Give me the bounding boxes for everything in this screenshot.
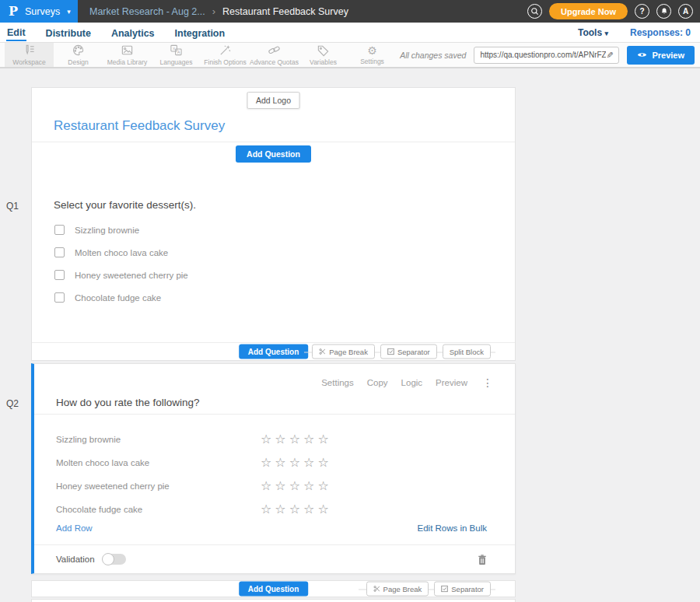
save-status: All changes saved (400, 51, 466, 60)
q1-option[interactable]: Honey sweetened cherry pie (54, 270, 188, 280)
toolbar-item-advance-quotas[interactable]: Advance Quotas (250, 43, 299, 67)
q2-menu-items: SettingsCopyLogicPreview (321, 378, 467, 387)
toolbar-item-variables[interactable]: Variables (299, 43, 348, 67)
separator-button[interactable]: Separator (380, 345, 437, 359)
option-label: Chocolate fudge cake (75, 293, 161, 303)
nav-right: Tools ▾ Responses: 0 (578, 27, 700, 38)
q2-validation-row: Validation (56, 545, 487, 573)
scissors-icon (373, 586, 380, 593)
separator-button[interactable]: Separator (434, 582, 491, 597)
tools-menu[interactable]: Tools ▾ (578, 27, 608, 38)
toolbar-right: All changes saved ✎ Preview (400, 43, 700, 67)
q1-option[interactable]: Sizzling brownie (54, 225, 188, 235)
page-break-button[interactable]: Page Break (312, 345, 375, 359)
trash-icon (478, 554, 487, 565)
delete-question-button[interactable] (478, 554, 487, 565)
q1-question-text[interactable]: Select your favorite dessert(s). (54, 199, 196, 211)
next-question-card (31, 599, 516, 602)
q1-option[interactable]: Chocolate fudge cake (54, 292, 188, 303)
scissors-icon (319, 348, 326, 355)
option-label: Molten choco lava cake (75, 248, 168, 257)
q1-options: Sizzling brownie Molten choco lava cake … (54, 225, 188, 303)
edit-toolbar: Workspace Design Media Library xA Langua… (0, 43, 700, 68)
checkbox-checked-icon (441, 586, 448, 593)
questionpro-logo: P (9, 4, 18, 19)
add-question-button-mid[interactable]: Add Question (239, 345, 309, 359)
option-label: Honey sweetened cherry pie (75, 271, 188, 280)
q2-question-text[interactable]: How do you rate the following? (56, 397, 200, 408)
edit-rows-in-bulk-link[interactable]: Edit Rows in Bulk (418, 523, 487, 533)
q2-menu-item[interactable]: Settings (321, 378, 354, 387)
translate-icon: xA (170, 44, 183, 57)
q2-action-menu: SettingsCopyLogicPreview ⋮ (321, 376, 493, 389)
rating-row: Chocolate fudge cake ☆☆☆☆☆ (56, 498, 493, 521)
toolbar-item-languages[interactable]: xA Languages (152, 43, 201, 67)
rating-row: Honey sweetened cherry pie ☆☆☆☆☆ (56, 474, 493, 498)
toolbar-item-finish-options[interactable]: Finish Options (201, 43, 250, 67)
add-question-button-bottom[interactable]: Add Question (239, 582, 309, 597)
survey-title[interactable]: Restaurant Feedback Survey (54, 118, 225, 134)
toggle-knob (102, 553, 114, 565)
chevron-down-icon: ▾ (604, 30, 608, 37)
validation-toggle[interactable] (103, 554, 126, 565)
survey-header-card: Add Logo Restaurant Feedback Survey Add … (31, 87, 516, 361)
edit-url-icon[interactable]: ✎ (604, 51, 614, 58)
q2-menu-item[interactable]: Logic (401, 378, 423, 387)
survey-url-input[interactable] (480, 51, 606, 59)
rating-row: Sizzling brownie ☆☆☆☆☆ (56, 428, 493, 451)
tab-integration[interactable]: Integration (174, 25, 226, 40)
star-rating[interactable]: ☆☆☆☆☆ (261, 457, 332, 469)
kebab-menu-icon[interactable]: ⋮ (482, 376, 493, 389)
chevron-down-icon: ▾ (67, 8, 71, 16)
checkbox[interactable] (54, 270, 65, 280)
checkbox[interactable] (54, 247, 65, 257)
toolbar-item-media-library[interactable]: Media Library (103, 43, 152, 67)
breadcrumb-project[interactable]: Market Research - Aug 2... (89, 6, 205, 17)
toolbar-item-settings[interactable]: ⚙ Settings (348, 43, 397, 67)
palette-icon (72, 44, 85, 57)
q2-menu-item[interactable]: Copy (367, 378, 388, 387)
product-menu-label: Surveys (25, 6, 60, 17)
account-avatar[interactable]: A (678, 4, 693, 19)
q2-marker: Q2 (6, 398, 19, 409)
rating-row-label: Sizzling brownie (56, 435, 261, 444)
star-rating[interactable]: ☆☆☆☆☆ (261, 433, 332, 446)
checkbox[interactable] (54, 292, 65, 303)
help-button[interactable]: ? (635, 4, 649, 19)
tab-analytics[interactable]: Analytics (110, 25, 156, 40)
insert-row-1: Add Question Page Break Separator Split … (32, 342, 515, 360)
page-break-button[interactable]: Page Break (366, 582, 429, 597)
toolbar-item-workspace[interactable]: Workspace (5, 43, 54, 67)
breadcrumb: Market Research - Aug 2... › Restaurant … (89, 5, 348, 17)
survey-canvas: Q1 Q2 Add Logo Restaurant Feedback Surve… (0, 68, 700, 602)
search-button[interactable] (527, 4, 542, 19)
divider (34, 414, 515, 415)
option-label: Sizzling brownie (75, 226, 139, 235)
svg-text:x: x (173, 46, 175, 51)
q1-option[interactable]: Molten choco lava cake (54, 247, 188, 257)
eye-icon (637, 51, 647, 58)
tab-distribute[interactable]: Distribute (45, 25, 92, 40)
q2-menu-item[interactable]: Preview (436, 378, 467, 387)
responses-count[interactable]: Responses: 0 (630, 27, 691, 38)
product-menu[interactable]: P Surveys ▾ (0, 0, 78, 23)
add-question-button-top[interactable]: Add Question (236, 145, 311, 163)
q2-question-card[interactable]: SettingsCopyLogicPreview ⋮ How do you ra… (31, 363, 516, 574)
upgrade-now-button[interactable]: Upgrade Now (549, 3, 628, 19)
rating-row: Molten choco lava cake ☆☆☆☆☆ (56, 451, 493, 474)
star-rating[interactable]: ☆☆☆☆☆ (261, 480, 332, 492)
search-icon (530, 7, 539, 16)
notifications-button[interactable] (656, 4, 671, 19)
split-block-button[interactable]: Split Block (443, 345, 491, 359)
add-logo-button[interactable]: Add Logo (247, 92, 300, 109)
q1-marker: Q1 (6, 201, 19, 212)
add-row-link[interactable]: Add Row (56, 523, 93, 533)
tab-edit[interactable]: Edit (6, 24, 26, 41)
checkbox[interactable] (54, 225, 65, 235)
toolbar-item-design[interactable]: Design (54, 43, 103, 67)
star-rating[interactable]: ☆☆☆☆☆ (261, 503, 332, 516)
breadcrumb-survey-name: Restaurant Feedback Survey (222, 6, 348, 17)
insert-actions-2: Page Break Separator (366, 582, 491, 597)
preview-button[interactable]: Preview (627, 46, 695, 65)
insert-actions-1: Page Break Separator Split Block (312, 345, 491, 359)
